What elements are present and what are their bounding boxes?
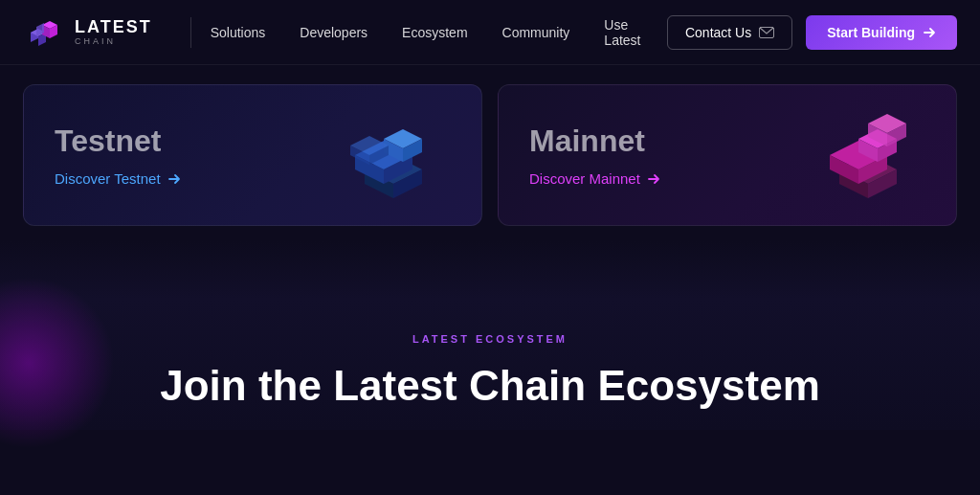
discover-testnet-link[interactable]: Discover Testnet — [55, 170, 182, 187]
nav-ecosystem[interactable]: Ecosystem — [402, 25, 467, 40]
navbar: LATEST CHAIN Solutions Developers Ecosys… — [0, 0, 980, 65]
testnet-3d-blocks — [336, 112, 451, 198]
logo-chain-text: CHAIN — [75, 37, 152, 46]
start-building-button[interactable]: Start Building — [806, 15, 957, 50]
nav-solutions[interactable]: Solutions — [211, 25, 266, 40]
main-content: Testnet Discover Testnet — [0, 65, 980, 241]
mainnet-3d-blocks — [811, 112, 925, 198]
nav-use-latest[interactable]: Use Latest — [604, 17, 667, 48]
logo[interactable]: LATEST CHAIN — [23, 11, 152, 54]
nav-links: Solutions Developers Ecosystem Community… — [211, 17, 667, 48]
arrow-right-icon — [167, 171, 182, 187]
mainnet-card: Mainnet Discover Mainnet — [498, 84, 957, 226]
nav-community[interactable]: Community — [502, 25, 570, 40]
nav-developers[interactable]: Developers — [300, 25, 368, 40]
section-divider — [0, 241, 980, 299]
cards-row: Testnet Discover Testnet — [23, 84, 957, 226]
logo-icon — [23, 11, 65, 54]
mainnet-card-content: Mainnet Discover Mainnet — [529, 124, 661, 187]
arrow-right-icon — [646, 171, 661, 187]
nav-divider — [190, 17, 191, 48]
mainnet-title: Mainnet — [529, 124, 661, 159]
testnet-card-content: Testnet Discover Testnet — [55, 124, 182, 187]
ecosystem-title: Join the Latest Chain Ecosystem — [23, 362, 957, 411]
contact-button[interactable]: Contact Us — [667, 15, 792, 50]
mail-icon — [759, 27, 774, 38]
testnet-title: Testnet — [55, 124, 182, 159]
testnet-card: Testnet Discover Testnet — [23, 84, 482, 226]
ecosystem-section: LATEST ECOSYSTEM Join the Latest Chain E… — [0, 299, 980, 430]
discover-mainnet-link[interactable]: Discover Mainnet — [529, 170, 661, 187]
arrow-right-icon — [923, 26, 936, 39]
nav-actions: Contact Us Start Building — [667, 15, 957, 50]
ecosystem-label: LATEST ECOSYSTEM — [23, 333, 957, 345]
logo-latest-text: LATEST — [75, 18, 152, 35]
